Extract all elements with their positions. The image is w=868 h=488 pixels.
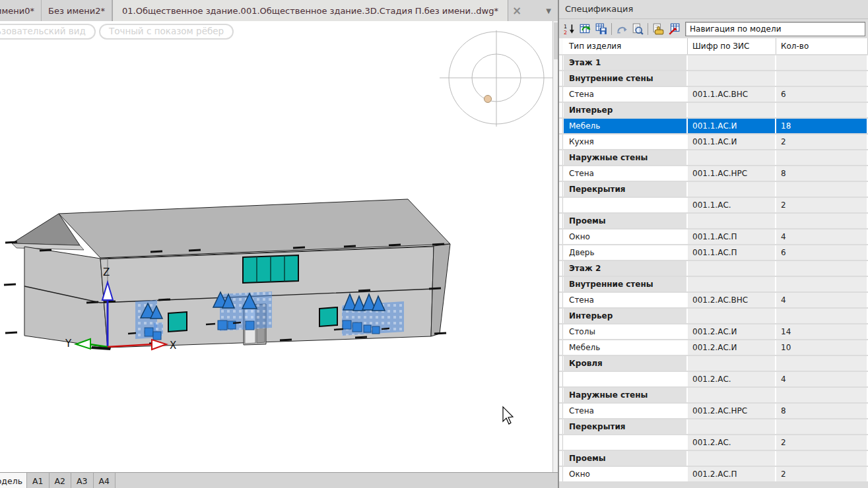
spec-row[interactable]: Дверь001.1.АС.П6 bbox=[559, 245, 868, 260]
spec-cell[interactable]: 001.2.АС.И bbox=[688, 324, 776, 339]
spec-row[interactable]: Мебель001.2.АС.И10 bbox=[559, 340, 868, 355]
spec-cell[interactable] bbox=[776, 103, 868, 117]
spec-cell[interactable]: Дверь bbox=[564, 245, 688, 260]
spec-cell[interactable]: 2 bbox=[776, 435, 868, 450]
spec-cell[interactable]: 001.2.АС.И bbox=[688, 340, 776, 355]
spec-row[interactable]: Стена001.2.АС.ВНС4 bbox=[559, 293, 868, 307]
export-to-drawing-icon[interactable] bbox=[666, 22, 682, 36]
spec-cell[interactable]: 001.1.АС.И bbox=[688, 135, 776, 149]
spec-cell[interactable] bbox=[688, 150, 776, 165]
spec-cell[interactable]: Этаж 2 bbox=[564, 261, 688, 276]
spec-cell[interactable]: 6 bbox=[776, 87, 868, 102]
spec-row[interactable]: Столы001.2.АС.И14 bbox=[559, 324, 868, 339]
spec-cell[interactable]: 001.2.АС.НРС bbox=[688, 404, 776, 418]
spec-row[interactable]: Наружные стены bbox=[559, 388, 868, 402]
spec-cell[interactable] bbox=[776, 451, 868, 466]
spec-cell[interactable] bbox=[776, 261, 868, 276]
spec-cell[interactable]: 2 bbox=[776, 467, 868, 481]
spec-row[interactable]: 001.2.АС.4 bbox=[559, 372, 868, 386]
spec-row[interactable]: Наружные стены bbox=[559, 150, 868, 165]
spec-cell[interactable]: 8 bbox=[776, 404, 868, 418]
tab-list-dropdown-icon[interactable]: ▼ bbox=[539, 0, 558, 21]
spec-cell[interactable]: Стена bbox=[564, 404, 688, 418]
spec-cell[interactable]: Столы bbox=[564, 324, 688, 339]
properties-icon[interactable] bbox=[650, 22, 666, 36]
spec-row[interactable]: Перекрытия bbox=[559, 182, 868, 197]
spec-row[interactable]: Проемы bbox=[559, 451, 868, 466]
spec-row[interactable]: Проемы bbox=[559, 214, 868, 228]
spec-cell[interactable] bbox=[776, 356, 868, 371]
spec-cell[interactable] bbox=[688, 419, 776, 434]
doc-tab[interactable]: Без имени0* bbox=[0, 0, 42, 21]
sheet-tab[interactable]: А3 bbox=[71, 473, 94, 488]
spec-cell[interactable]: Окно bbox=[564, 229, 688, 244]
sort-icon[interactable]: 1 2 bbox=[562, 22, 578, 36]
spec-row[interactable]: Кухня001.1.АС.И2 bbox=[559, 135, 868, 149]
spec-row[interactable]: 001.1.АС.2 bbox=[559, 198, 868, 212]
doc-tab[interactable]: Без имени2* bbox=[42, 0, 112, 21]
spec-cell[interactable] bbox=[776, 214, 868, 228]
spec-row-selected[interactable]: Мебель001.1.АС.И18 bbox=[559, 119, 868, 133]
sheet-tab[interactable]: А4 bbox=[94, 473, 116, 488]
spec-cell[interactable] bbox=[776, 182, 868, 197]
sheet-tab[interactable]: Модель bbox=[0, 473, 27, 488]
spec-cell[interactable]: Стена bbox=[564, 166, 688, 181]
spec-cell[interactable] bbox=[776, 388, 868, 402]
spec-cell[interactable]: Перекрытия bbox=[564, 419, 688, 434]
spec-cell[interactable]: Интерьер bbox=[564, 309, 688, 323]
spec-cell[interactable] bbox=[688, 451, 776, 466]
spec-cell[interactable]: Интерьер bbox=[564, 103, 688, 117]
doc-tab[interactable]: 01.Общественное здание.001.Общественное … bbox=[112, 0, 508, 21]
spec-cell[interactable]: 14 bbox=[776, 324, 868, 339]
spec-cell[interactable] bbox=[688, 277, 776, 291]
spec-cell[interactable]: Мебель bbox=[564, 119, 688, 133]
spec-cell[interactable]: 001.2.АС. bbox=[688, 435, 776, 450]
sheet-tab[interactable]: А2 bbox=[50, 473, 72, 488]
spec-cell[interactable]: 6 bbox=[776, 245, 868, 260]
spec-cell[interactable]: Кухня bbox=[564, 135, 688, 149]
spec-cell[interactable]: Проемы bbox=[564, 451, 688, 466]
update-icon[interactable] bbox=[614, 22, 630, 36]
spec-cell[interactable]: 4 bbox=[776, 229, 868, 244]
column-header-qty[interactable]: Кол-во bbox=[776, 38, 868, 54]
spec-cell[interactable]: 18 bbox=[776, 119, 868, 133]
spec-cell[interactable]: 001.1.АС.И bbox=[688, 119, 776, 133]
spec-row[interactable]: Стена001.1.АС.ВНС6 bbox=[559, 87, 868, 102]
spec-row[interactable]: Интерьер bbox=[559, 309, 868, 323]
spec-cell[interactable] bbox=[776, 71, 868, 86]
spec-row[interactable]: Внутренние стены bbox=[559, 71, 868, 86]
spec-cell[interactable]: 001.1.АС.ВНС bbox=[688, 87, 776, 102]
spec-row[interactable]: Этаж 1 bbox=[559, 55, 868, 70]
spec-cell[interactable]: 8 bbox=[776, 166, 868, 181]
spec-cell[interactable] bbox=[776, 419, 868, 434]
spec-cell[interactable]: Мебель bbox=[564, 340, 688, 355]
spec-row[interactable]: Этаж 2 bbox=[559, 261, 868, 276]
spec-cell[interactable] bbox=[688, 261, 776, 276]
spec-cell[interactable] bbox=[564, 435, 688, 450]
spec-cell[interactable] bbox=[688, 71, 776, 86]
spec-cell[interactable] bbox=[776, 277, 868, 291]
spec-row[interactable]: 001.2.АС.2 bbox=[559, 435, 868, 450]
model-navigation-combo[interactable]: Навигация по модели bbox=[685, 22, 865, 36]
spec-cell[interactable] bbox=[776, 150, 868, 165]
spec-cell[interactable]: 001.1.АС.НРС bbox=[688, 166, 776, 181]
spec-cell[interactable] bbox=[688, 103, 776, 117]
spec-row[interactable]: Интерьер bbox=[559, 103, 868, 117]
spec-cell[interactable] bbox=[776, 309, 868, 323]
view-style-pill[interactable]: Пользовательский вид bbox=[0, 24, 96, 40]
spec-cell[interactable] bbox=[564, 198, 688, 212]
spec-cell[interactable]: 4 bbox=[776, 372, 868, 386]
spec-cell[interactable]: Внутренние стены bbox=[564, 71, 688, 86]
close-document-icon[interactable]: × bbox=[508, 0, 525, 21]
visual-style-pill[interactable]: Точный с показом рёбер bbox=[99, 24, 234, 40]
spec-cell[interactable]: 001.2.АС. bbox=[688, 372, 776, 386]
save-table-icon[interactable] bbox=[593, 22, 609, 36]
preview-icon[interactable] bbox=[630, 22, 646, 36]
spec-row[interactable]: Кровля bbox=[559, 356, 868, 371]
spec-cell[interactable] bbox=[776, 55, 868, 70]
refresh-table-icon[interactable] bbox=[578, 22, 593, 36]
spec-cell[interactable]: Перекрытия bbox=[564, 182, 688, 197]
spec-cell[interactable]: 001.1.АС. bbox=[688, 198, 776, 212]
spec-row[interactable]: Окно001.1.АС.П4 bbox=[559, 229, 868, 244]
spec-cell[interactable]: Этаж 1 bbox=[564, 55, 688, 70]
